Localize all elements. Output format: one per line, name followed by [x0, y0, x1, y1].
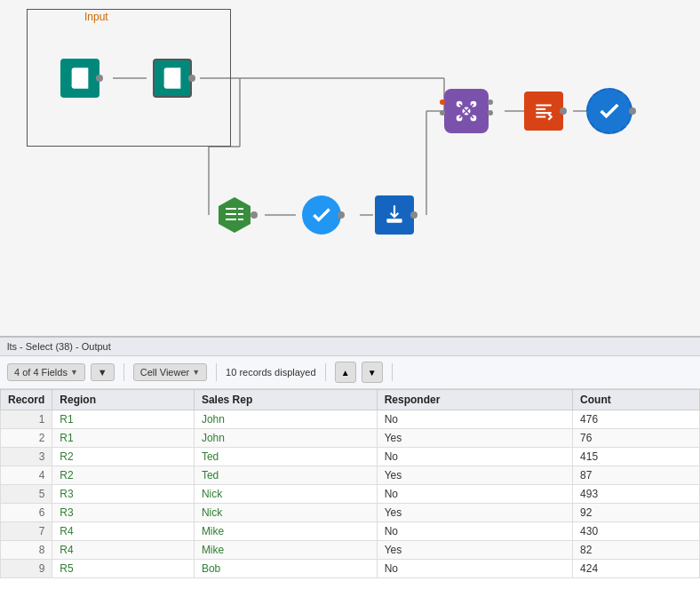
book2-node[interactable] [153, 59, 192, 98]
cell-region: R1 [52, 429, 195, 448]
hex-right-port [251, 211, 258, 219]
table-row: 9 R5 Bob No 424 [1, 560, 700, 578]
svg-rect-20 [238, 208, 243, 210]
cluster-left-port-b [440, 110, 445, 115]
cell-sales-rep: Ted [194, 466, 377, 485]
svg-rect-17 [226, 208, 236, 210]
cell-responder: No [377, 410, 572, 429]
cell-responder: Yes [377, 541, 572, 560]
table-row: 3 R2 Ted No 415 [1, 448, 700, 466]
toolbar: 4 of 4 Fields ▼ ▼ Cell Viewer ▼ 10 recor… [0, 356, 700, 389]
panel-title: lts - Select (38) - Output [7, 341, 111, 352]
table-body: 1 R1 John No 476 2 R1 John Yes 76 3 R2 T… [1, 410, 700, 578]
svg-rect-22 [238, 219, 243, 220]
cell-count: 476 [573, 410, 700, 429]
cell-record: 7 [1, 522, 52, 541]
cell-viewer-button[interactable]: Cell Viewer ▼ [133, 363, 207, 381]
separator1 [123, 363, 124, 381]
table-row: 5 R3 Nick No 493 [1, 485, 700, 504]
cell-region: R2 [52, 466, 195, 485]
separator4 [392, 363, 393, 381]
down-arrow-icon: ▼ [368, 368, 377, 378]
cell-sales-rep: Mike [194, 522, 377, 541]
cell-record: 8 [1, 541, 52, 560]
table-row: 7 R4 Mike No 430 [1, 522, 700, 541]
table-row: 8 R4 Mike Yes 82 [1, 541, 700, 560]
summarize-right-port [560, 107, 567, 115]
cell-region: R3 [52, 504, 195, 522]
table-row: 2 R1 John Yes 76 [1, 429, 700, 448]
panel-title-bar: lts - Select (38) - Output [0, 338, 700, 356]
download-node[interactable] [375, 195, 414, 235]
cell-count: 424 [573, 560, 700, 578]
up-arrow-icon: ▲ [341, 368, 350, 378]
cell-region: R4 [52, 541, 195, 560]
cluster-right-port [488, 99, 493, 105]
cell-region: R4 [52, 522, 195, 541]
cell-sales-rep: Ted [194, 448, 377, 466]
input-box [27, 9, 231, 147]
summarize-node[interactable] [524, 92, 563, 131]
cell-region: R5 [52, 560, 195, 578]
scroll-up-button[interactable]: ▲ [335, 362, 356, 383]
cell-responder: No [377, 560, 572, 578]
separator2 [216, 363, 217, 381]
cell-region: R1 [52, 410, 195, 429]
book1-right-port [96, 75, 103, 82]
cell-count: 87 [573, 466, 700, 485]
check-node[interactable] [302, 195, 341, 235]
cell-record: 3 [1, 448, 52, 466]
cell-responder: No [377, 522, 572, 541]
cluster-left-port-r [440, 99, 445, 105]
table-row: 4 R2 Ted Yes 87 [1, 466, 700, 485]
cell-sales-rep: John [194, 429, 377, 448]
cell-sales-rep: Nick [194, 485, 377, 504]
col-header-sales-rep: Sales Rep [194, 390, 377, 410]
cluster-node[interactable] [444, 89, 489, 133]
cell-sales-rep: Bob [194, 560, 377, 578]
cell-record: 9 [1, 560, 52, 578]
cell-responder: No [377, 448, 572, 466]
cell-region: R3 [52, 485, 195, 504]
book1-node[interactable] [60, 59, 99, 98]
cell-sales-rep: Mike [194, 541, 377, 560]
book2-right-port [188, 75, 195, 82]
cluster-right-port2 [488, 110, 493, 115]
hex-node[interactable] [215, 195, 254, 235]
cell-responder: Yes [377, 466, 572, 485]
cell-responder: Yes [377, 504, 572, 522]
viewer-chevron-icon: ▼ [192, 368, 200, 377]
col-header-responder: Responder [377, 390, 572, 410]
cell-responder: Yes [377, 429, 572, 448]
cell-record: 4 [1, 466, 52, 485]
data-table: Record Region Sales Rep Responder Count … [0, 389, 700, 578]
fields-arrow-down-button[interactable]: ▼ [91, 363, 115, 381]
cell-record: 5 [1, 485, 52, 504]
bottom-panel: lts - Select (38) - Output 4 of 4 Fields… [0, 338, 700, 589]
separator3 [325, 363, 326, 381]
workflow-canvas: Input [0, 0, 700, 338]
col-header-record: Record [1, 390, 52, 410]
download-right-port [410, 211, 418, 219]
cell-count: 415 [573, 448, 700, 466]
check-right-port [338, 211, 345, 219]
col-header-region: Region [52, 390, 195, 410]
fields-button[interactable]: 4 of 4 Fields ▼ [7, 363, 85, 381]
blue-dashed-right-port [629, 107, 636, 115]
cell-count: 92 [573, 504, 700, 522]
fields-chevron-icon: ▼ [70, 368, 78, 377]
svg-rect-23 [386, 219, 402, 222]
table-header-row: Record Region Sales Rep Responder Count [1, 390, 700, 410]
cell-viewer-label: Cell Viewer [140, 367, 189, 378]
svg-rect-18 [226, 213, 236, 215]
blue-check-dashed-node[interactable] [586, 88, 632, 134]
fields-label: 4 of 4 Fields [14, 367, 68, 378]
cell-record: 1 [1, 410, 52, 429]
data-table-container: Record Region Sales Rep Responder Count … [0, 389, 700, 589]
svg-rect-19 [226, 219, 236, 220]
cell-count: 430 [573, 522, 700, 541]
cell-sales-rep: Nick [194, 504, 377, 522]
cell-sales-rep: John [194, 410, 377, 429]
cell-count: 76 [573, 429, 700, 448]
scroll-down-button[interactable]: ▼ [362, 362, 383, 383]
